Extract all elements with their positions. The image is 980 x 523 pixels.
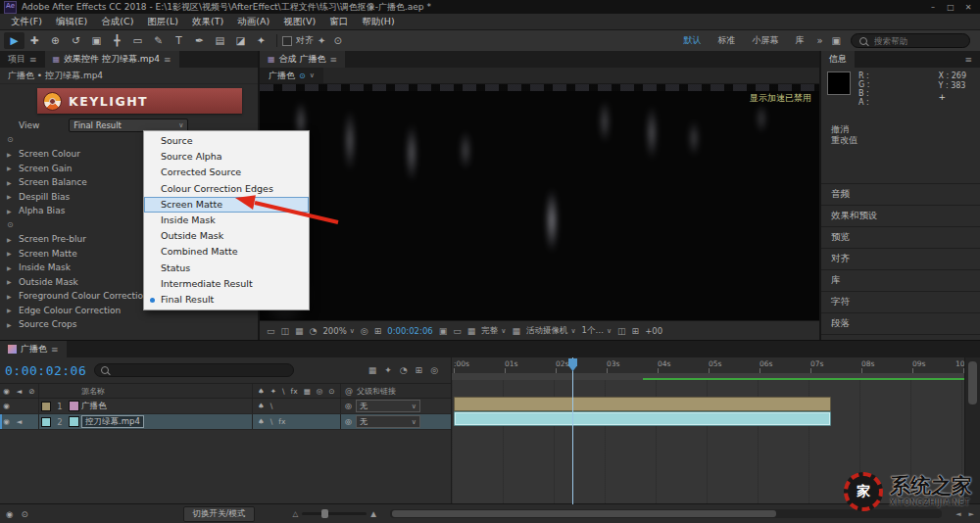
layer-name[interactable]: 控刀绿幕.mp4 [81, 415, 252, 428]
camera-snapshot-icon[interactable]: ▣ [439, 326, 448, 336]
checkerboard-icon[interactable]: ▦ [467, 326, 476, 336]
manage-workspaces-icon[interactable]: ▣ [828, 35, 845, 46]
rotate-tool-icon[interactable]: ↺ [66, 32, 86, 49]
menu-edit[interactable]: 编辑(E) [49, 16, 94, 28]
quality-icon[interactable]: \ [282, 387, 285, 396]
selection-tool-icon[interactable]: ▶ [4, 32, 24, 49]
hamburger-icon[interactable]: ≡ [29, 55, 37, 65]
zoom-in-icon[interactable]: ▲ [370, 509, 376, 518]
layer-name-box[interactable]: 控刀绿幕.mp4 [81, 415, 144, 428]
tab-project[interactable]: 项目 ≡ [0, 51, 45, 68]
workspace-default[interactable]: 默认 [675, 34, 709, 47]
view-layout-select[interactable]: 1个… ∨ [582, 325, 612, 337]
pickwhip-icon[interactable]: ◎ [345, 402, 352, 410]
transparency-grid-icon[interactable]: ▦ [295, 326, 304, 336]
chevron-right-icon[interactable]: ▶ [7, 193, 15, 200]
timeline-tab[interactable]: 广播色 ≡ [0, 341, 67, 357]
tab-info[interactable]: 信息 [821, 51, 855, 68]
viewer-timecode[interactable]: 0:00:02:06 [387, 326, 432, 336]
panel-paragraph[interactable]: 段落 [821, 313, 980, 335]
pen-tool-icon[interactable]: ✎ [148, 32, 169, 49]
toggle-switches-modes-button[interactable]: 切换开关/模式 [183, 506, 256, 522]
fast-previews-icon[interactable]: ▦ [512, 326, 520, 336]
chevron-right-icon[interactable]: ▶ [7, 208, 15, 214]
shy-toggle[interactable]: ♠ [258, 402, 265, 410]
frame-blend-icon[interactable]: ⊞ [416, 365, 423, 375]
fx-toggle[interactable]: fx [278, 417, 285, 426]
expand-layer-switches-icon[interactable]: ◉ [6, 509, 13, 519]
comp-viewer-tab[interactable]: 广播色 ⊙ ∨ [260, 68, 323, 83]
lock-icon[interactable]: ⊙ [299, 71, 306, 80]
hamburger-icon[interactable]: ≡ [51, 345, 59, 355]
audio-column-icon[interactable]: ◄ [13, 387, 25, 396]
show-snapshot-icon[interactable]: ▭ [453, 326, 462, 336]
pixel-aspect-icon[interactable]: ◫ [617, 326, 626, 336]
panel-preview[interactable]: 预览 [821, 227, 980, 249]
chevron-right-icon[interactable]: ▶ [7, 264, 15, 271]
panel-effects-presets[interactable]: 效果和预设 [821, 206, 980, 227]
help-search-input[interactable] [872, 35, 953, 47]
draft-3d-icon[interactable]: ✦ [384, 365, 392, 375]
eye-column-icon[interactable]: ◉ [0, 387, 13, 396]
panel-libraries[interactable]: 库 [821, 270, 980, 292]
motion-blur-col-icon[interactable]: ◎ [317, 387, 323, 396]
quality-toggle[interactable]: \ [270, 417, 273, 426]
camera-tool-icon[interactable]: ▣ [86, 32, 107, 49]
menu-file[interactable]: 文件(F) [4, 16, 49, 28]
resolution-select[interactable]: 完整 ∨ [481, 325, 506, 337]
eye-icon[interactable]: ◉ [0, 402, 13, 410]
workspace-small-screen[interactable]: 小屏幕 [744, 34, 786, 47]
stopwatch-icon[interactable]: ⊙ [7, 135, 15, 144]
workspace-libraries[interactable]: 库 [787, 34, 811, 47]
zoom-slider-track[interactable] [302, 512, 367, 515]
time-ruler[interactable]: :00s 01s 02s 03s 04s 05s 06s 07s 08s 09s… [452, 357, 965, 374]
scrollbar-thumb[interactable] [968, 361, 977, 404]
menu-effect[interactable]: 效果(T) [185, 16, 230, 28]
motion-blur-icon[interactable]: ◎ [430, 365, 438, 375]
3d-col-icon[interactable]: ⊙ [328, 387, 334, 396]
hamburger-icon[interactable]: ≡ [164, 55, 172, 65]
layer-row-2[interactable]: ◉ ◄ 2 控刀绿幕.mp4 ♠ \ fx ◎ [0, 414, 451, 430]
chevron-right-icon[interactable]: ▶ [7, 293, 15, 300]
help-search[interactable] [851, 33, 970, 48]
region-of-interest-icon[interactable]: ▭ [267, 326, 275, 336]
menu-item-source[interactable]: Source [144, 133, 309, 149]
eye-icon[interactable]: ◉ [0, 417, 13, 426]
menu-help[interactable]: 帮助(H) [355, 16, 402, 28]
tab-effect-controls[interactable]: ▦ 效果控件 控刀绿幕.mp4 ≡ [45, 51, 179, 68]
frame-blend-col-icon[interactable]: ▦ [304, 387, 311, 396]
more-workspaces-icon[interactable]: » [812, 35, 826, 46]
quality-toggle[interactable]: \ [270, 402, 273, 410]
label-color[interactable] [38, 399, 53, 413]
layer-name[interactable]: 广播色 [81, 401, 252, 412]
minimize-button[interactable]: – [925, 3, 941, 12]
menu-item-combined-matte[interactable]: Combined Matte [144, 244, 309, 260]
menu-item-colour-correction-edges[interactable]: Colour Correction Edges [144, 181, 309, 197]
zoom-slider-thumb[interactable] [321, 509, 328, 518]
timeline-zoom-slider[interactable]: △ ▲ [292, 509, 376, 518]
tab-composition[interactable]: ▦ 合成 广播色 ≡ [260, 51, 345, 68]
zoom-tool-icon[interactable]: ⊕ [45, 32, 66, 49]
layer-switches[interactable]: ♠ \ fx [252, 414, 340, 429]
layer-1-duration-bar[interactable] [454, 397, 831, 411]
current-timecode[interactable]: 0:00:02:06 [5, 363, 86, 378]
eraser-tool-icon[interactable]: ◪ [230, 32, 251, 49]
timeline-search[interactable] [94, 363, 294, 377]
menu-view[interactable]: 视图(V) [276, 16, 322, 28]
menu-item-screen-matte[interactable]: Screen Matte [144, 197, 309, 213]
layer-row-1[interactable]: ◉ 1 广播色 ♠ \ ◎ [0, 399, 451, 414]
text-tool-icon[interactable]: T [169, 32, 189, 49]
hamburger-icon[interactable]: ≡ [964, 55, 972, 65]
maximize-button[interactable]: □ [943, 3, 958, 12]
mini-flowchart-icon[interactable]: ▦ [368, 365, 377, 375]
channel-icon[interactable]: ◔ [310, 326, 318, 336]
collapse-icon[interactable]: ✦ [270, 387, 276, 396]
menu-item-final-result[interactable]: Final Result [144, 292, 309, 308]
grid-guides-icon[interactable]: ⊞ [374, 326, 382, 336]
camera-select[interactable]: 活动摄像机 ∨ [526, 325, 576, 337]
label-color[interactable] [38, 414, 53, 429]
menu-item-corrected-source[interactable]: Corrected Source [144, 165, 309, 180]
chevron-right-icon[interactable]: ▶ [7, 151, 15, 158]
zoom-select[interactable]: 200% ∨ [322, 326, 354, 336]
hand-tool-icon[interactable]: ✚ [24, 32, 45, 49]
